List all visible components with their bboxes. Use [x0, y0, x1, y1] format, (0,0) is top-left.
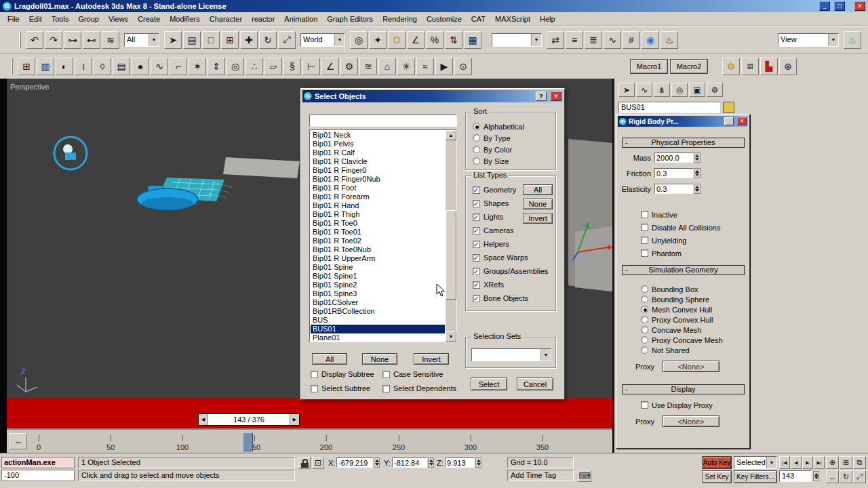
- menu-item[interactable]: Rendering: [378, 14, 422, 24]
- dialog-titlebar[interactable]: G Select Objects ? ✕: [302, 90, 563, 102]
- object-list-item[interactable]: Bip01CSolver: [311, 298, 445, 307]
- snap-toggle-icon[interactable]: Ω: [388, 31, 406, 49]
- toy-car-icon[interactable]: ⌂: [378, 58, 396, 75]
- property-spinner[interactable]: [694, 152, 701, 163]
- rope-collection-icon[interactable]: ≀: [75, 58, 92, 75]
- list-type-filter-button[interactable]: None: [523, 199, 553, 209]
- menu-item[interactable]: MAXScript: [490, 14, 535, 24]
- play-button[interactable]: ▶: [802, 456, 813, 469]
- scroll-up-icon[interactable]: ▲: [446, 130, 456, 140]
- material-editor-icon[interactable]: ◉: [642, 31, 659, 49]
- key-filters-button[interactable]: Key Filters...: [734, 470, 777, 483]
- fracture-icon[interactable]: ✳: [397, 58, 415, 75]
- layer-manager-icon[interactable]: ≣: [585, 31, 602, 49]
- utilities-tab-icon[interactable]: ⚙: [707, 83, 723, 97]
- quick-render-icon[interactable]: ♨: [844, 31, 861, 49]
- object-list-item[interactable]: Bip01 R Finger0Nub: [311, 175, 445, 184]
- menu-item[interactable]: Modifiers: [165, 14, 205, 24]
- rigid-body-titlebar[interactable]: G Rigid Body Pr... _ ✕: [618, 116, 748, 127]
- object-list-item[interactable]: BUS: [311, 316, 445, 325]
- toolbar-grip[interactable]: [19, 32, 21, 48]
- linear-dashpot-icon[interactable]: ⊢: [302, 58, 320, 75]
- cloth-modifier-icon[interactable]: ▤: [113, 58, 130, 75]
- sort-option[interactable]: Alphabetical: [473, 121, 555, 132]
- y-spinner[interactable]: [428, 458, 434, 468]
- use-pivot-center-icon[interactable]: ◎: [350, 31, 368, 49]
- scroll-down-icon[interactable]: ▼: [446, 331, 456, 342]
- plane-primitive-icon[interactable]: ▱: [264, 58, 282, 75]
- wind-icon[interactable]: ≋: [359, 58, 377, 75]
- rigid-body-checkbox[interactable]: Unyielding: [641, 234, 721, 247]
- spring-icon[interactable]: §: [283, 58, 301, 75]
- y-coordinate-field[interactable]: -812.84: [392, 458, 427, 468]
- object-list-item[interactable]: Bip01 R Finger0: [311, 166, 445, 175]
- menu-item[interactable]: Customize: [422, 14, 467, 24]
- object-list-item[interactable]: BUS01: [311, 325, 445, 333]
- rigid-body-checkbox[interactable]: Inactive: [641, 208, 721, 221]
- preview-animation-icon[interactable]: ▶: [435, 58, 453, 75]
- zoom-icon[interactable]: ⊕: [826, 456, 839, 469]
- select-object-icon[interactable]: ➤: [164, 31, 182, 49]
- menu-item[interactable]: File: [3, 14, 24, 24]
- animate-selected-dropdown[interactable]: Selected ▼: [734, 456, 777, 469]
- arc-rotate-icon[interactable]: ↻: [840, 470, 852, 483]
- angle-snap-icon[interactable]: ∠: [407, 31, 425, 49]
- dialog-close-button[interactable]: ✕: [551, 92, 561, 101]
- display-proxy-button[interactable]: <None>: [663, 415, 719, 427]
- select-by-name-icon[interactable]: ▤: [183, 31, 201, 49]
- toolbar-grip[interactable]: [11, 58, 13, 75]
- render-scene-icon[interactable]: ♨: [660, 31, 678, 49]
- pan-icon[interactable]: ↔: [826, 470, 839, 483]
- bind-to-space-warp-icon[interactable]: ≋: [102, 31, 119, 49]
- menu-item[interactable]: Views: [104, 14, 133, 24]
- list-type-filter-button[interactable]: Invert: [523, 213, 553, 224]
- time-slider-handle-icon[interactable]: ⇔: [9, 433, 27, 449]
- array-tool-icon[interactable]: ⧈: [741, 58, 759, 75]
- property-spinner[interactable]: [694, 168, 701, 178]
- prismatic-constraint-icon[interactable]: ⇕: [208, 58, 225, 75]
- geometry-option[interactable]: Not Shared: [641, 345, 723, 355]
- select-and-link-icon[interactable]: ⊶: [64, 31, 81, 49]
- deforming-mesh-collection-icon[interactable]: ◊: [94, 58, 111, 75]
- property-value-field[interactable]: 0.3: [654, 168, 694, 178]
- use-display-proxy-checkbox[interactable]: Use Display Proxy: [641, 400, 713, 410]
- rectangular-selection-icon[interactable]: □: [202, 31, 220, 49]
- absolute-mode-button[interactable]: ⊡: [312, 457, 324, 469]
- selection-sets-dropdown[interactable]: ▼: [471, 348, 551, 361]
- cancel-button[interactable]: Cancel: [517, 378, 553, 390]
- soft-body-modifier-icon[interactable]: ●: [132, 58, 149, 75]
- current-frame-field[interactable]: 143: [779, 470, 812, 482]
- rollout-collapse-icon[interactable]: -: [625, 385, 628, 394]
- z-coordinate-field[interactable]: 9.913: [445, 458, 475, 468]
- list-type-checkbox[interactable]: XRefs: [473, 278, 555, 291]
- object-list-item[interactable]: Bip01 R Toe01: [311, 228, 445, 237]
- help-button[interactable]: ?: [536, 92, 547, 101]
- object-list-item[interactable]: Bip01 Spine: [311, 263, 445, 272]
- geometry-option[interactable]: Bounding Box: [641, 284, 723, 294]
- previous-frame-button[interactable]: ◀: [791, 456, 802, 469]
- auto-key-button[interactable]: Auto Key: [702, 456, 732, 469]
- angular-dashpot-icon[interactable]: ∠: [321, 58, 339, 75]
- object-list-item[interactable]: Bip01RBCollection: [311, 307, 445, 316]
- name-filter-input[interactable]: [309, 115, 457, 127]
- list-type-checkbox[interactable]: Groups/Assemblies: [473, 264, 555, 278]
- object-list-item[interactable]: Bip01 Spine3: [311, 289, 445, 298]
- display-tab-icon[interactable]: ▣: [689, 83, 705, 97]
- geometry-option[interactable]: Proxy Convex Hull: [641, 314, 723, 325]
- menu-item[interactable]: reactor: [247, 14, 279, 24]
- property-value-field[interactable]: 0.3: [654, 184, 694, 194]
- x-spinner[interactable]: [374, 458, 380, 468]
- macro-gear-icon[interactable]: ⚙: [722, 58, 740, 75]
- rigid-body-checkbox[interactable]: Disable All Collisions: [641, 221, 721, 234]
- redo-icon[interactable]: ↷: [45, 31, 62, 49]
- hierarchy-tab-icon[interactable]: ⋔: [654, 83, 670, 97]
- z-spinner[interactable]: [475, 458, 481, 468]
- object-list-item[interactable]: Bip01 R Thigh: [311, 210, 445, 219]
- rigid-body-checkbox[interactable]: Phantom: [641, 247, 721, 260]
- schematic-view-icon[interactable]: #: [623, 31, 640, 49]
- sort-option[interactable]: By Size: [473, 155, 555, 167]
- macro1-button[interactable]: Macro1: [630, 59, 668, 74]
- zoom-all-icon[interactable]: ⊞: [840, 456, 852, 469]
- object-list-item[interactable]: Bip01 R Foot: [311, 184, 445, 192]
- minimize-button[interactable]: _: [724, 117, 734, 125]
